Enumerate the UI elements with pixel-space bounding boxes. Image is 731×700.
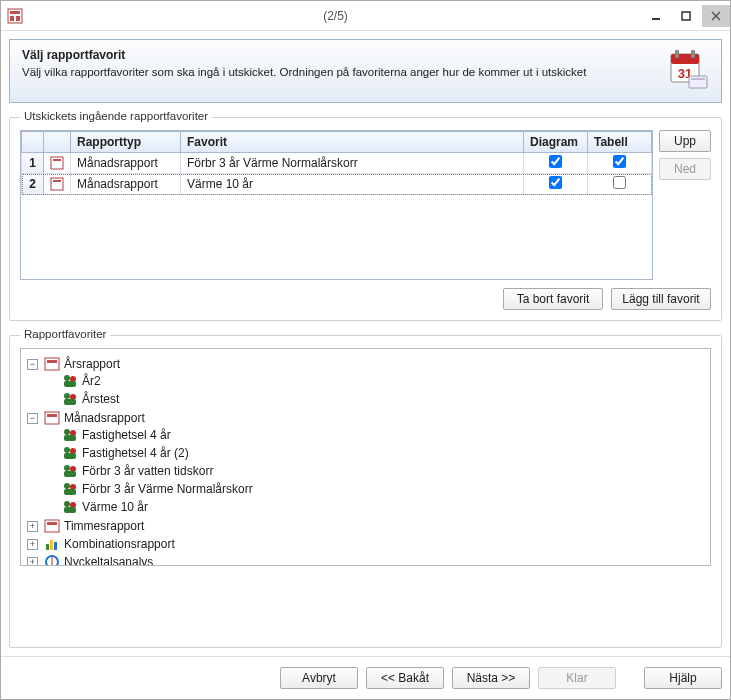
expand-icon[interactable]: + (27, 521, 38, 532)
collapse-icon[interactable]: − (27, 413, 38, 424)
next-button[interactable]: Nästa >> (452, 667, 530, 689)
col-tabell[interactable]: Tabell (588, 132, 652, 153)
svg-rect-4 (652, 18, 660, 20)
help-button[interactable]: Hjälp (644, 667, 722, 689)
tree-leaf[interactable]: Fastighetsel 4 år (2) (45, 444, 706, 462)
tabell-checkbox[interactable] (613, 176, 626, 189)
back-button[interactable]: << Bakåt (366, 667, 444, 689)
svg-rect-23 (64, 381, 76, 387)
selected-favorites-grid[interactable]: Rapporttyp Favorit Diagram Tabell 1 (20, 130, 653, 280)
svg-rect-43 (64, 507, 76, 513)
remove-favorite-button[interactable]: Ta bort favorit (503, 288, 603, 310)
tree-label: Kombinationsrapport (64, 537, 175, 551)
selected-favorites-legend: Utskickets ingående rapportfavoriter (20, 110, 212, 122)
reorder-buttons: Upp Ned (659, 130, 711, 280)
svg-rect-15 (51, 157, 63, 169)
tabell-checkbox[interactable] (613, 155, 626, 168)
svg-rect-20 (47, 360, 57, 363)
people-icon (62, 499, 78, 515)
svg-point-21 (64, 375, 70, 381)
selected-favorites-group: Utskickets ingående rapportfavoriter Rap… (9, 117, 722, 321)
tree-label: Förbr 3 år Värme Normalårskorr (82, 482, 253, 496)
expand-icon[interactable]: + (27, 539, 38, 550)
report-icon (44, 174, 71, 195)
svg-rect-37 (64, 471, 76, 477)
tree-node-arsrapport[interactable]: − Årsrapport År2 (27, 355, 706, 409)
people-icon (62, 445, 78, 461)
svg-rect-34 (64, 453, 76, 459)
window-title: (2/5) (31, 9, 640, 23)
people-icon (62, 481, 78, 497)
col-diagram[interactable]: Diagram (524, 132, 588, 153)
tree-label: Månadsrapport (64, 411, 145, 425)
tree-label: Årstest (82, 392, 119, 406)
favorites-legend: Rapportfavoriter (20, 328, 110, 340)
svg-rect-26 (64, 399, 76, 405)
titlebar: (2/5) (1, 1, 730, 31)
wizard-footer: Avbryt << Bakåt Nästa >> Klar Hjälp (1, 656, 730, 699)
table-row[interactable]: 1 Månadsrapport Förbr 3 år Värme Normalå… (22, 153, 652, 174)
cancel-button[interactable]: Avbryt (280, 667, 358, 689)
tree-label: Timmesrapport (64, 519, 144, 533)
tree-node-kombinationsrapport[interactable]: + Kombinationsrapport (27, 535, 706, 553)
diagram-checkbox[interactable] (549, 155, 562, 168)
move-up-button[interactable]: Upp (659, 130, 711, 152)
svg-point-38 (64, 483, 70, 489)
expand-icon[interactable]: + (27, 557, 38, 567)
tree-node-nyckeltalsanalys[interactable]: + Nyckeltalsanalys (27, 553, 706, 566)
banner-subtitle: Välj vilka rapportfavoriter som ska ingå… (22, 66, 657, 78)
minimize-button[interactable] (642, 5, 670, 27)
close-button[interactable] (702, 5, 730, 27)
window-controls (640, 5, 730, 27)
tree-leaf[interactable]: Fastighetsel 4 år (45, 426, 706, 444)
svg-point-24 (64, 393, 70, 399)
chart-icon (44, 536, 60, 552)
svg-rect-5 (682, 12, 690, 20)
col-favorit[interactable]: Favorit (181, 132, 524, 153)
tree-label: Årsrapport (64, 357, 120, 371)
tree-leaf[interactable]: Värme 10 år (45, 498, 706, 516)
favorites-group: Rapportfavoriter − Årsrapport (9, 335, 722, 648)
svg-rect-48 (54, 542, 57, 550)
report-folder-icon (44, 518, 60, 534)
tree-leaf[interactable]: År2 (45, 372, 706, 390)
tree-leaf[interactable]: Årstest (45, 390, 706, 408)
svg-point-32 (64, 447, 70, 453)
svg-rect-27 (45, 412, 59, 424)
cell-rapporttyp: Månadsrapport (71, 174, 181, 195)
analysis-icon (44, 554, 60, 566)
svg-point-41 (64, 501, 70, 507)
tree-label: Fastighetsel 4 år (2) (82, 446, 189, 460)
add-favorite-button[interactable]: Lägg till favorit (611, 288, 711, 310)
move-down-button[interactable]: Ned (659, 158, 711, 180)
report-icon (44, 153, 71, 174)
svg-rect-47 (50, 540, 53, 550)
tree-label: Förbr 3 år vatten tidskorr (82, 464, 213, 478)
svg-rect-13 (689, 76, 707, 88)
cell-favorit: Värme 10 år (181, 174, 524, 195)
svg-rect-31 (64, 435, 76, 441)
col-rapporttyp[interactable]: Rapporttyp (71, 132, 181, 153)
collapse-icon[interactable]: − (27, 359, 38, 370)
svg-rect-28 (47, 414, 57, 417)
tree-leaf[interactable]: Förbr 3 år Värme Normalårskorr (45, 480, 706, 498)
svg-rect-3 (16, 16, 20, 21)
report-folder-icon (44, 410, 60, 426)
svg-rect-16 (53, 159, 61, 161)
cell-rapporttyp: Månadsrapport (71, 153, 181, 174)
diagram-checkbox[interactable] (549, 176, 562, 189)
svg-rect-14 (691, 78, 705, 80)
table-row[interactable]: 2 Månadsrapport Värme 10 år (22, 174, 652, 195)
tree-node-timmesrapport[interactable]: + Timmesrapport (27, 517, 706, 535)
row-number: 1 (22, 153, 44, 174)
favorites-tree[interactable]: − Årsrapport År2 (20, 348, 711, 566)
tree-leaf[interactable]: Förbr 3 år vatten tidskorr (45, 462, 706, 480)
people-icon (62, 391, 78, 407)
finish-button[interactable]: Klar (538, 667, 616, 689)
tree-node-manadsrapport[interactable]: − Månadsrapport Fastighetsel 4 år Fastig… (27, 409, 706, 517)
maximize-button[interactable] (672, 5, 700, 27)
banner-title: Välj rapportfavorit (22, 48, 657, 62)
content-area: Välj rapportfavorit Välj vilka rapportfa… (1, 31, 730, 656)
svg-rect-45 (47, 522, 57, 525)
svg-rect-19 (45, 358, 59, 370)
